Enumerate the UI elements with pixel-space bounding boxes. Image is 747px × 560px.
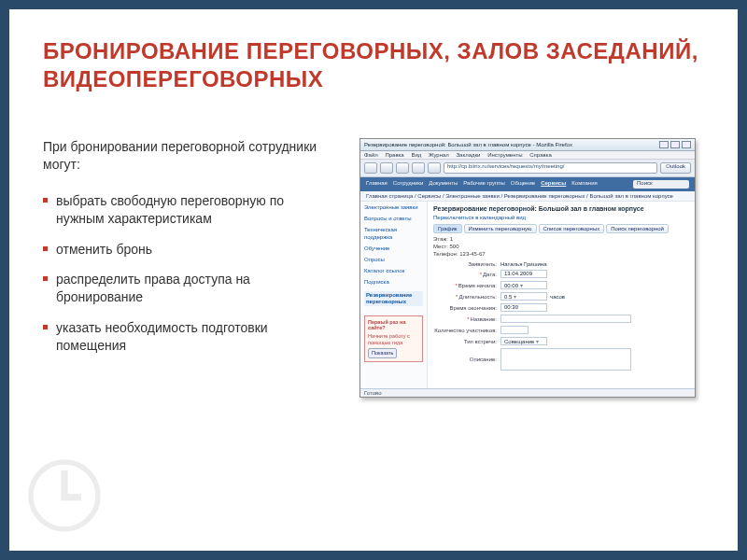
- desc-label: Описание:: [433, 357, 500, 362]
- main-panel: Резервирование переговорной: Большой зал…: [428, 202, 695, 388]
- tab-edit-room[interactable]: Изменить переговорную: [464, 224, 537, 233]
- window-titlebar: Резервирование переговорной: Большой зал…: [360, 139, 695, 151]
- sidebar-item[interactable]: Обучение: [364, 245, 423, 252]
- sidebar-item[interactable]: Вопросы и ответы: [364, 216, 423, 222]
- info-phone: Телефон: 123-45-67: [433, 251, 689, 259]
- first-visit-box: Первый раз на сайте? Начните работу с по…: [364, 315, 423, 362]
- booking-form: Заявитель: Наталья Гришина Дата: 13.04.2…: [433, 261, 689, 371]
- breadcrumb: Главная страница / Сервисы / Электронные…: [360, 191, 695, 202]
- minimize-icon[interactable]: [659, 141, 669, 148]
- site-nav: Главная Сотрудники Документы Рабочие гру…: [360, 177, 695, 191]
- first-visit-title: Первый раз на сайте?: [368, 319, 419, 331]
- start-select[interactable]: 00:00: [500, 281, 547, 289]
- intro-text: При бронировании переговорной сотрудники…: [43, 138, 323, 174]
- content-row: При бронировании переговорной сотрудники…: [43, 138, 704, 398]
- browser-toolbar: http://cp.bitrix.ru/services/requests/my…: [360, 160, 695, 177]
- first-visit-button[interactable]: Показать: [368, 348, 397, 358]
- nav-item[interactable]: Общение: [511, 180, 535, 189]
- count-label: Количество участников:: [433, 328, 500, 333]
- back-icon[interactable]: [364, 162, 377, 174]
- page-heading: Резервирование переговорной: Большой зал…: [433, 205, 689, 212]
- browser-menubar: Файл Правка Вид Журнал Закладки Инструме…: [360, 151, 695, 160]
- count-input[interactable]: [500, 326, 529, 334]
- nav-item[interactable]: Компания: [571, 180, 597, 189]
- bullet-list: выбрать свободную переговорную по нужным…: [43, 192, 323, 355]
- type-select[interactable]: Совещание: [500, 337, 547, 345]
- bullet-item: указать необходимость подготовки помещен…: [43, 319, 323, 355]
- status-bar: Готово: [360, 388, 695, 397]
- nav-item-active[interactable]: Сервисы: [541, 180, 566, 189]
- sidebar-item[interactable]: Каталог ссылок: [364, 268, 423, 274]
- duration-select[interactable]: 0.5: [500, 292, 547, 301]
- sidebar-item[interactable]: Электронные заявки: [364, 204, 423, 211]
- info-seats: Мест: 500: [433, 244, 689, 251]
- menu-item[interactable]: Инструменты: [487, 152, 522, 158]
- name-input[interactable]: [500, 315, 631, 323]
- author-label: Заявитель:: [433, 261, 500, 267]
- name-label: Название:: [433, 316, 500, 322]
- author-value: Наталья Гришина: [500, 261, 547, 267]
- maximize-icon[interactable]: [670, 141, 680, 148]
- end-label: Время окончания:: [433, 305, 500, 311]
- page-body: Электронные заявки Вопросы и ответы Техн…: [360, 202, 695, 388]
- stop-icon[interactable]: [412, 162, 425, 174]
- bullet-item: отменить бронь: [43, 241, 323, 259]
- svg-rect-2: [61, 494, 81, 500]
- menu-item[interactable]: Вид: [411, 152, 421, 158]
- room-info: Этаж: 1 Мест: 500 Телефон: 123-45-67: [433, 236, 689, 258]
- sidebar-item[interactable]: Опросы: [364, 257, 423, 263]
- slide-title: БРОНИРОВАНИЕ ПЕРЕГОВОРНЫХ, ЗАЛОВ ЗАСЕДАН…: [43, 37, 704, 93]
- info-floor: Этаж: 1: [433, 236, 689, 244]
- sidebar: Электронные заявки Вопросы и ответы Техн…: [360, 202, 428, 388]
- sidebar-item[interactable]: Подписка: [364, 279, 423, 286]
- date-label: Дата:: [433, 272, 500, 277]
- bullet-item: распределить права доступа на бронирован…: [43, 271, 323, 306]
- home-icon[interactable]: [428, 162, 441, 174]
- action-tabs: График Изменить переговорную Список пере…: [433, 224, 689, 233]
- tab-room-search[interactable]: Поиск переговорной: [606, 224, 669, 233]
- menu-item[interactable]: Закладки: [457, 152, 481, 158]
- bullet-item: выбрать свободную переговорную по нужным…: [43, 192, 323, 228]
- sidebar-item-active[interactable]: Резервирование переговорных: [364, 291, 423, 306]
- svg-rect-1: [61, 470, 67, 497]
- nav-item[interactable]: Рабочие группы: [463, 180, 505, 189]
- menu-item[interactable]: Правка: [385, 152, 403, 158]
- nav-item[interactable]: Сотрудники: [393, 180, 424, 189]
- watermark-icon: [22, 454, 106, 538]
- nav-item[interactable]: Документы: [429, 180, 458, 189]
- desc-textarea[interactable]: [500, 348, 631, 371]
- address-bar[interactable]: http://cp.bitrix.ru/services/requests/my…: [444, 162, 657, 174]
- tab-schedule[interactable]: График: [433, 224, 462, 233]
- tab-room-list[interactable]: Список переговорных: [539, 224, 605, 233]
- sidebar-item[interactable]: Техническая поддержка: [364, 227, 423, 240]
- first-visit-text: Начните работу с помощью гида: [368, 333, 410, 345]
- type-label: Тип встречи:: [433, 339, 500, 344]
- slide: БРОНИРОВАНИЕ ПЕРЕГОВОРНЫХ, ЗАЛОВ ЗАСЕДАН…: [9, 9, 738, 551]
- reload-icon[interactable]: [396, 162, 409, 174]
- calendar-view-link[interactable]: Переключиться в календарный вид: [433, 215, 689, 220]
- text-column: При бронировании переговорной сотрудники…: [43, 138, 323, 398]
- embedded-screenshot: Резервирование переговорной: Большой зал…: [359, 138, 696, 398]
- outlook-button[interactable]: Outlook: [660, 162, 691, 174]
- menu-item[interactable]: Справка: [529, 152, 552, 158]
- duration-label: Длительность:: [433, 294, 500, 300]
- start-label: Время начала:: [433, 283, 500, 288]
- close-icon[interactable]: [682, 141, 691, 148]
- site-search[interactable]: Поиск: [633, 180, 689, 189]
- date-input[interactable]: 13.04.2009: [500, 270, 547, 278]
- screenshot-column: Резервирование переговорной: Большой зал…: [351, 138, 704, 398]
- window-buttons: [659, 141, 691, 148]
- window-title: Резервирование переговорной: Большой зал…: [364, 142, 572, 147]
- end-input[interactable]: 00:30: [500, 303, 547, 312]
- menu-item[interactable]: Журнал: [429, 152, 449, 158]
- menu-item[interactable]: Файл: [364, 152, 378, 158]
- nav-item[interactable]: Главная: [366, 180, 388, 189]
- duration-unit: часов: [550, 294, 565, 300]
- forward-icon[interactable]: [380, 162, 393, 174]
